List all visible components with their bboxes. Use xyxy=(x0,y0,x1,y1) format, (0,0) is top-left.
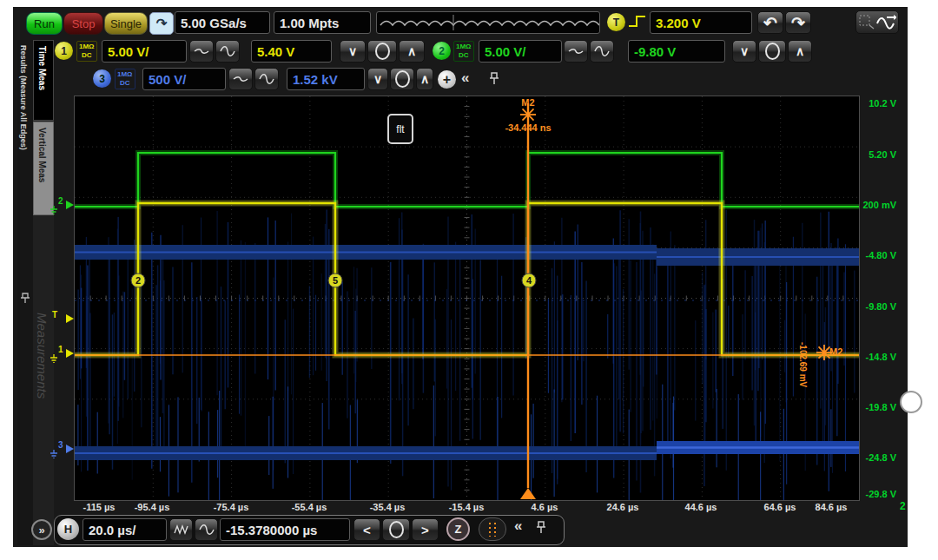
time-axis-label: 64.6 µs xyxy=(764,502,796,512)
timebase-scale-display[interactable]: 20.0 µs/ xyxy=(83,518,167,541)
voltage-axis-label: -4.80 V xyxy=(866,250,896,260)
channel-1-offset-zero-button[interactable] xyxy=(367,40,397,63)
channel-2-offset-display[interactable]: -9.80 V xyxy=(628,40,725,63)
channel-3-badge[interactable]: 3 xyxy=(93,69,111,88)
svg-text:5: 5 xyxy=(333,275,338,286)
chevron-left-icon: < xyxy=(363,523,371,537)
channel-2-offset-up-button[interactable]: ∧ xyxy=(788,40,812,63)
plus-icon: + xyxy=(443,72,451,88)
voltage-axis-label: -29.8 V xyxy=(866,489,896,499)
channel-1-scale-fine-button[interactable] xyxy=(189,40,214,63)
zero-oval-icon xyxy=(765,43,780,60)
cursors-button[interactable] xyxy=(479,517,506,541)
channel-2-offset-zero-button[interactable] xyxy=(758,40,786,63)
channel-3-scale-coarse-button[interactable] xyxy=(254,68,279,90)
sample-rate-display: 5.00 GSa/s xyxy=(175,11,270,34)
channel-1-coupling: DC xyxy=(79,51,95,60)
touch-drag-mode-button[interactable] xyxy=(855,10,899,34)
timebase-zoom-out-button[interactable] xyxy=(169,518,193,541)
chevron-up-icon: ∧ xyxy=(407,44,416,58)
single-button[interactable]: Single xyxy=(104,12,148,35)
channel-2-reference-marker[interactable]: 2 xyxy=(50,198,74,215)
add-channel-button[interactable]: + xyxy=(438,70,456,89)
marker-arrow-icon xyxy=(66,349,74,358)
collapse-horizontal-bar-button[interactable]: « xyxy=(514,517,522,535)
chevron-up-icon: ∧ xyxy=(420,72,429,86)
channel-3-coupling-badge[interactable]: 1MΩ DC xyxy=(115,69,135,89)
ground-icon xyxy=(50,354,58,363)
channel-3-offset-display[interactable]: 1.52 kV xyxy=(287,68,365,90)
run-button[interactable]: Run xyxy=(26,12,63,35)
time-axis-label: -55.4 µs xyxy=(292,502,327,512)
small-wave-icon xyxy=(233,75,248,83)
channel-2-coupling-badge[interactable]: 1MΩ DC xyxy=(453,41,474,62)
channel-2-scale-coarse-button[interactable] xyxy=(590,40,614,63)
delay-zero-button[interactable] xyxy=(382,518,410,541)
channel-3-scale-display[interactable]: 500 V/ xyxy=(142,68,226,90)
edge-number-badge[interactable]: 2 xyxy=(131,273,145,287)
redo-button[interactable]: ↷ xyxy=(785,11,811,34)
waveform-display[interactable]: 2 5 4 flt M2 -34.444 ns M2 -102.69 mV xyxy=(74,96,860,501)
marker-arrow-icon xyxy=(66,201,74,209)
channel-2-offset-down-button[interactable]: ∨ xyxy=(732,40,756,63)
voltage-axis-label: -19.8 V xyxy=(866,402,896,412)
trigger-edge-icon xyxy=(628,14,647,33)
small-wave-icon xyxy=(568,47,584,56)
stop-button[interactable]: Stop xyxy=(63,12,103,35)
channel-2-badge[interactable]: 2 xyxy=(433,42,451,60)
channel-3-coupling: DC xyxy=(117,79,133,88)
undo-icon: ↶ xyxy=(763,13,777,33)
zero-oval-icon xyxy=(375,43,390,60)
time-axis-label: 44.6 µs xyxy=(685,502,717,512)
timebase-zoom-in-button[interactable] xyxy=(195,518,218,541)
edge-number-badge[interactable]: 4 xyxy=(522,273,536,287)
channel-2-scale-display[interactable]: 5.00 V/ xyxy=(479,40,562,63)
channel-3-offset-zero-button[interactable] xyxy=(390,68,414,90)
large-wave-icon xyxy=(199,524,215,536)
channel-1-offset-up-button[interactable]: ∧ xyxy=(399,40,425,63)
channel-3-offset-down-button[interactable]: ∨ xyxy=(367,68,388,90)
channel-1-reference-marker[interactable]: 1 xyxy=(50,346,74,364)
channel-1-scale-display[interactable]: 5.00 V/ xyxy=(102,40,187,63)
channel-1-offset-display[interactable]: 5.40 V xyxy=(251,40,332,63)
time-axis-label: -15.4 µs xyxy=(449,502,485,512)
flt-drag-badge[interactable]: flt xyxy=(387,114,413,144)
channel-3-scale-fine-button[interactable] xyxy=(228,68,253,90)
zoom-mode-button[interactable]: Z xyxy=(446,517,470,541)
trigger-level-marker[interactable]: T xyxy=(50,312,74,329)
time-axis-label: 24.6 µs xyxy=(607,502,639,512)
horizontal-badge[interactable]: H xyxy=(57,518,79,540)
delay-left-button[interactable]: < xyxy=(353,518,380,541)
expand-results-button[interactable]: » xyxy=(31,519,52,540)
channel-1-scale-coarse-button[interactable] xyxy=(215,40,240,63)
channel-reference-markers: 2 T 1 3 xyxy=(50,96,74,499)
chevron-down-icon: ∨ xyxy=(740,44,749,58)
results-panel-tab[interactable]: Results (Measure All Edges) xyxy=(17,40,34,545)
acquire-mode-button[interactable]: ↷ xyxy=(149,12,174,35)
marker-m2-top-label[interactable]: M2 xyxy=(521,97,534,108)
channel-1-offset-down-button[interactable]: ∨ xyxy=(340,40,366,63)
zero-oval-icon xyxy=(395,70,410,88)
collapse-channel-bar-button[interactable]: « xyxy=(461,69,469,87)
channel-1-badge[interactable]: 1 xyxy=(55,42,73,60)
channel-3-reference-marker[interactable]: 3 xyxy=(50,442,74,459)
delay-right-button[interactable]: > xyxy=(412,518,439,541)
pin-horizontal-bar-button[interactable] xyxy=(535,520,547,538)
edge-number-badge[interactable]: 5 xyxy=(328,273,342,287)
voltage-axis: 10.2 V5.20 V200 mV-4.80 V-9.80 V-14.8 V-… xyxy=(862,96,905,499)
waveform-preview-strip[interactable] xyxy=(376,11,600,34)
trigger-level-display[interactable]: 3.200 V xyxy=(650,11,752,34)
waveform-canvas: 2 5 4 xyxy=(75,96,859,500)
waveform-preview-icon xyxy=(377,12,599,33)
drag-waveform-icon xyxy=(858,13,896,31)
channel-1-coupling-badge[interactable]: 1MΩ DC xyxy=(76,41,97,62)
trigger-badge[interactable]: T xyxy=(607,13,625,31)
chevron-right-icon: > xyxy=(421,523,429,537)
marker-m2-right-label[interactable]: M2 xyxy=(829,346,842,357)
pin-channel-bar-button[interactable] xyxy=(488,71,500,89)
time-axis-label: -95.4 µs xyxy=(135,502,170,512)
undo-button[interactable]: ↶ xyxy=(757,11,783,34)
channel-3-offset-up-button[interactable]: ∧ xyxy=(416,68,433,90)
trigger-delay-display[interactable]: -15.3780000 µs xyxy=(220,518,350,541)
channel-2-scale-fine-button[interactable] xyxy=(564,40,588,63)
